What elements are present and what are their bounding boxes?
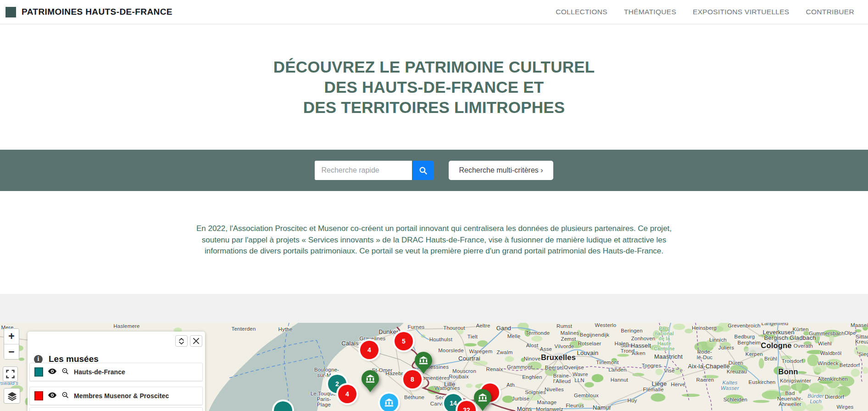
page-title: DÉCOUVREZ LE PATRIMOINE CULTUREL DES HAU…	[273, 57, 595, 118]
nav-link-collections[interactable]: COLLECTIONS	[556, 8, 607, 16]
museum-icon	[478, 392, 488, 404]
zoom-in-button[interactable]: +	[4, 329, 19, 344]
search-button[interactable]	[413, 161, 434, 180]
toggle-visibility-button[interactable]	[48, 368, 56, 376]
zoom-to-layer-button[interactable]	[61, 367, 69, 377]
brand-logo-icon	[6, 7, 16, 17]
intro-line2: soutenu par l'appel à projets « Services…	[0, 235, 868, 246]
intro-section: En 2022, l'Association Proscitec et Muse…	[0, 191, 868, 294]
page-title-line2: DES HAUTS-DE-FRANCE ET	[273, 77, 595, 97]
sea	[209, 323, 404, 411]
legend-collapse-button[interactable]	[175, 335, 188, 347]
cluster-marker-red[interactable]: 4	[360, 341, 378, 359]
intro-paragraph: En 2022, l'Association Proscitec et Muse…	[0, 223, 868, 257]
hero-section: DÉCOUVREZ LE PATRIMOINE CULTUREL DES HAU…	[0, 24, 868, 150]
brand[interactable]: PATRIMOINES HAUTS-DE-FRANCE	[6, 7, 172, 17]
museums-map[interactable]: MereHaslemereTenterdenHytheOswald'sCalai…	[0, 323, 868, 411]
nav-link-expositions-virtuelles[interactable]: EXPOSITIONS VIRTUELLES	[693, 8, 789, 16]
nav-link-th-matiques[interactable]: THÉMATIQUES	[624, 8, 676, 16]
chevron-up-down-icon	[178, 338, 184, 345]
section-divider	[0, 294, 868, 323]
museum-pin-green[interactable]	[474, 389, 491, 411]
info-icon: i	[34, 355, 43, 364]
museum-pin-green[interactable]	[415, 352, 432, 374]
multi-criteria-search-button[interactable]: Recherche multi-critères ›	[449, 161, 553, 180]
layer-color-swatch	[34, 367, 43, 377]
fullscreen-button[interactable]	[3, 366, 18, 382]
page-title-line1: DÉCOUVREZ LE PATRIMOINE CULTUREL	[273, 57, 595, 77]
legend-item-label: Membres Musenor & Proscitec	[74, 392, 169, 400]
eye-icon	[48, 368, 56, 374]
museum-pin-green[interactable]	[362, 370, 379, 392]
layers-icon	[7, 391, 17, 401]
intro-line3: informations de divers portails patrimon…	[0, 246, 868, 257]
zoom-to-layer-icon	[61, 367, 69, 375]
legend-item-partial[interactable]	[29, 407, 203, 411]
search-icon	[419, 166, 428, 175]
page-title-line3: DES TERRITOIRES LIMITROPHES	[273, 97, 595, 118]
close-icon	[193, 338, 199, 344]
museum-icon	[365, 373, 375, 385]
intro-line1: En 2022, l'Association Proscitec et Muse…	[0, 223, 868, 235]
zoom-control: + −	[4, 328, 19, 360]
layers-button[interactable]	[4, 388, 20, 404]
zoom-to-layer-button[interactable]	[61, 391, 69, 400]
legend-item-label: Hauts-de-France	[74, 368, 125, 376]
layer-color-swatch	[34, 391, 43, 400]
eye-icon	[48, 392, 56, 398]
nav-link-contribuer[interactable]: CONTRIBUER	[806, 8, 854, 16]
museum-marker-blue[interactable]	[380, 394, 398, 411]
legend-panel: i Les musées Hauts-de-France Membres Mus…	[28, 332, 205, 411]
museum-icon	[384, 397, 394, 409]
cluster-marker-red[interactable]: 5	[395, 332, 413, 350]
toggle-visibility-button[interactable]	[48, 392, 56, 400]
main-nav: COLLECTIONSTHÉMATIQUESEXPOSITIONS VIRTUE…	[556, 8, 854, 16]
fullscreen-icon	[6, 370, 15, 378]
legend-item-hauts-de-france[interactable]: Hauts-de-France	[29, 363, 203, 381]
zoom-to-layer-icon	[61, 391, 69, 399]
search-input[interactable]	[315, 161, 412, 180]
top-navbar: PATRIMOINES HAUTS-DE-FRANCE COLLECTIONST…	[0, 0, 868, 24]
legend-close-button[interactable]	[190, 335, 202, 347]
museum-icon	[418, 355, 428, 367]
cluster-marker-red[interactable]: 4	[338, 385, 356, 403]
search-band: Recherche multi-critères ›	[0, 150, 868, 191]
zoom-out-button[interactable]: −	[4, 344, 19, 359]
brand-name: PATRIMOINES HAUTS-DE-FRANCE	[22, 7, 172, 17]
legend-item-membres-musenor-proscitec[interactable]: Membres Musenor & Proscitec	[29, 387, 203, 405]
